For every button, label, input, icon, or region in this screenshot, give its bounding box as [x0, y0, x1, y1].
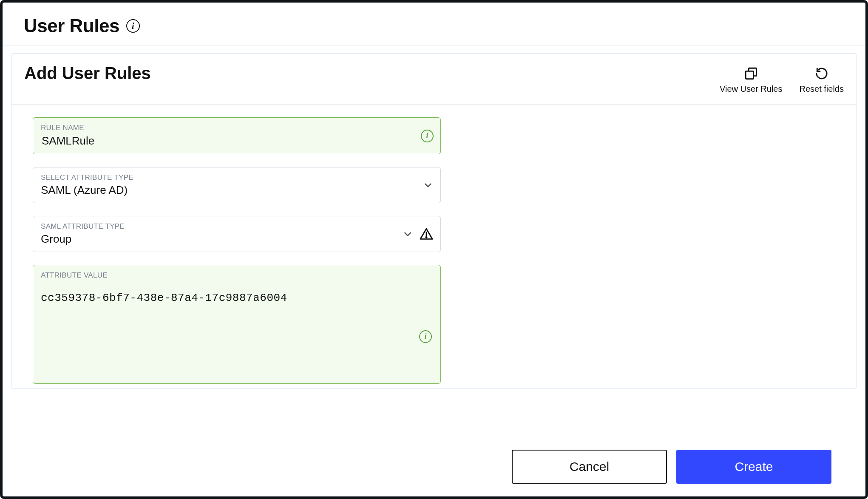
- copy-icon: [744, 66, 758, 81]
- warning-icon[interactable]: [419, 227, 434, 241]
- panel-title: Add User Rules: [24, 64, 151, 83]
- attribute-type-field[interactable]: SELECT ATTRIBUTE TYPE SAML (Azure AD): [33, 167, 441, 203]
- panel-header: Add User Rules View User Rules: [11, 54, 857, 105]
- cancel-button[interactable]: Cancel: [512, 450, 667, 484]
- page-title: User Rules: [24, 15, 119, 37]
- info-icon[interactable]: i: [419, 330, 432, 343]
- view-user-rules-button[interactable]: View User Rules: [720, 66, 782, 94]
- app-frame: User Rules i Add User Rules View User Ru…: [0, 0, 868, 499]
- svg-rect-1: [746, 71, 753, 79]
- saml-attribute-type-label: SAML ATTRIBUTE TYPE: [41, 222, 411, 231]
- page-header: User Rules i: [3, 3, 865, 45]
- info-icon[interactable]: i: [126, 19, 140, 33]
- panel-actions: View User Rules Reset fields: [720, 64, 844, 94]
- svg-point-3: [426, 236, 427, 237]
- saml-attribute-type-value: Group: [41, 232, 411, 246]
- rule-name-input[interactable]: [41, 134, 411, 148]
- attribute-value-label: ATTRIBUTE VALUE: [41, 271, 433, 280]
- rule-name-label: RULE NAME: [41, 124, 411, 132]
- info-icon[interactable]: i: [421, 130, 434, 142]
- cancel-label: Cancel: [570, 459, 609, 474]
- saml-attribute-type-field[interactable]: SAML ATTRIBUTE TYPE Group: [33, 216, 441, 252]
- reset-fields-label: Reset fields: [800, 84, 844, 94]
- chevron-down-icon: [402, 229, 413, 240]
- add-rules-panel: Add User Rules View User Rules: [11, 53, 857, 388]
- view-user-rules-label: View User Rules: [720, 84, 782, 94]
- create-label: Create: [735, 459, 773, 474]
- create-button[interactable]: Create: [676, 450, 831, 484]
- attribute-type-value: SAML (Azure AD): [41, 184, 411, 197]
- attribute-type-label: SELECT ATTRIBUTE TYPE: [41, 173, 411, 182]
- reset-fields-button[interactable]: Reset fields: [800, 66, 844, 94]
- footer-actions: Cancel Create: [512, 450, 831, 484]
- chevron-down-icon: [423, 180, 434, 191]
- attribute-value-field[interactable]: ATTRIBUTE VALUE cc359378-6bf7-438e-87a4-…: [33, 265, 441, 384]
- form-area: RULE NAME i SELECT ATTRIBUTE TYPE SAML (…: [11, 105, 462, 388]
- rule-name-field[interactable]: RULE NAME i: [33, 117, 441, 154]
- attribute-value-input[interactable]: cc359378-6bf7-438e-87a4-17c9887a6004: [41, 292, 433, 304]
- reset-icon: [815, 66, 828, 81]
